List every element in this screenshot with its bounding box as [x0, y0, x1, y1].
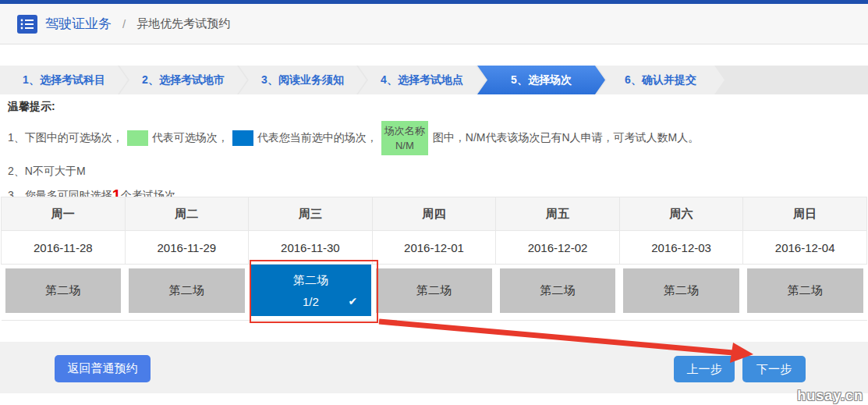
- session-cell: 第二场: [125, 265, 249, 321]
- session-cell: 第二场: [619, 265, 743, 321]
- footer-bar: 返回普通预约 上一步 下一步: [0, 342, 868, 393]
- step-tab-label: 6、确认并提交: [625, 73, 696, 87]
- next-step-button[interactable]: 下一步: [742, 356, 806, 382]
- step-tab-label: 3、阅读业务须知: [261, 73, 344, 87]
- session-row: 第二场 第二场 第二场 1/2 ✔ 第二场 第二场 第二场 第二场: [2, 265, 867, 321]
- date-cell: 2016-12-01: [372, 231, 496, 265]
- exam-booking-page: 驾驶证业务 / 异地优先考试预约 1、选择考试科目 2、选择考试地市 3、阅读业…: [0, 0, 868, 405]
- session-cell-selected: 第二场 1/2 ✔: [249, 265, 373, 321]
- step-tab-4[interactable]: 4、选择考试地点: [358, 66, 486, 94]
- notice-line-2: 2、N不可大于M: [8, 165, 865, 179]
- step-tabs: 1、选择考试科目 2、选择考试地市 3、阅读业务须知 4、选择考试地点 5、选择…: [0, 66, 868, 94]
- watermark: husay.cn: [797, 388, 863, 404]
- step-tab-5-active[interactable]: 5、选择场次: [477, 66, 605, 94]
- session-slot[interactable]: 第二场: [623, 268, 739, 313]
- schedule-table: 周一 周二 周三 周四 周五 周六 周日 2016-11-28 2016-11-…: [1, 197, 867, 321]
- notice-line1-suffix: 图中，N/M代表该场次已有N人申请，可考试人数M人。: [433, 131, 699, 145]
- breadcrumb-separator: /: [122, 17, 126, 30]
- date-cell: 2016-11-29: [125, 231, 249, 265]
- notice-line-1: 1、下图中的可选场次， 代表可选场次， 代表您当前选中的场次， 场次名称 N/M…: [8, 121, 865, 155]
- weekday-header: 周六: [619, 197, 743, 231]
- schedule-table-wrap: 周一 周二 周三 周四 周五 周六 周日 2016-11-28 2016-11-…: [1, 197, 867, 321]
- session-cell: 第二场: [743, 265, 867, 321]
- session-name: 第二场: [293, 273, 328, 288]
- weekday-header: 周四: [372, 197, 496, 231]
- legend-box-value: N/M: [381, 138, 428, 153]
- session-legend-box: 场次名称 N/M: [381, 121, 428, 155]
- session-slot[interactable]: 第二场: [747, 268, 863, 313]
- session-slot[interactable]: 第二场: [376, 268, 492, 313]
- breadcrumb-category[interactable]: 驾驶证业务: [45, 15, 112, 33]
- step-tab-6[interactable]: 6、确认并提交: [597, 66, 725, 94]
- step-tab-3[interactable]: 3、阅读业务须知: [239, 66, 367, 94]
- weekday-header-row: 周一 周二 周三 周四 周五 周六 周日: [2, 197, 867, 231]
- step-tab-1[interactable]: 1、选择考试科目: [0, 66, 128, 94]
- weekday-header: 周日: [743, 197, 867, 231]
- session-count: 1/2: [303, 295, 319, 308]
- session-slot[interactable]: 第二场: [5, 268, 122, 313]
- notice-section: 温馨提示: 1、下图中的可选场次， 代表可选场次， 代表您当前选中的场次， 场次…: [8, 97, 865, 203]
- selected-swatch: [232, 130, 253, 146]
- breadcrumb: 驾驶证业务 / 异地优先考试预约: [0, 4, 868, 44]
- check-icon: ✔: [348, 295, 357, 307]
- weekday-header: 周一: [2, 197, 126, 231]
- session-count-row: 1/2 ✔: [250, 295, 372, 308]
- session-cell: 第二场: [2, 265, 126, 321]
- step-tab-label: 5、选择场次: [511, 73, 572, 87]
- notice-title: 温馨提示:: [8, 100, 865, 114]
- notice-blue-label: 代表您当前选中的场次，: [257, 131, 377, 145]
- weekday-header: 周五: [496, 197, 620, 231]
- date-cell: 2016-11-30: [249, 231, 373, 265]
- step-tab-label: 4、选择考试地点: [381, 73, 463, 87]
- notice-green-label: 代表可选场次，: [152, 131, 229, 145]
- session-slot-selected[interactable]: 第二场 1/2 ✔: [250, 265, 372, 316]
- date-cell: 2016-12-02: [496, 231, 620, 265]
- legend-box-title: 场次名称: [381, 123, 428, 138]
- notice-line1-prefix: 1、下图中的可选场次，: [8, 131, 123, 145]
- date-cell: 2016-12-04: [743, 231, 867, 265]
- session-slot[interactable]: 第二场: [129, 268, 245, 313]
- weekday-header: 周三: [249, 197, 373, 231]
- step-tab-label: 2、选择考试地市: [142, 73, 225, 87]
- return-normal-booking-button[interactable]: 返回普通预约: [55, 355, 151, 382]
- weekday-header: 周二: [125, 197, 249, 231]
- session-slot[interactable]: 第二场: [500, 268, 616, 313]
- previous-step-button[interactable]: 上一步: [674, 356, 735, 382]
- date-cell: 2016-12-03: [619, 231, 743, 265]
- available-swatch: [127, 130, 148, 146]
- session-cell: 第二场: [372, 265, 496, 321]
- date-row: 2016-11-28 2016-11-29 2016-11-30 2016-12…: [2, 231, 867, 265]
- step-tab-2[interactable]: 2、选择考试地市: [119, 66, 247, 94]
- session-cell: 第二场: [496, 265, 620, 321]
- step-tab-label: 1、选择考试科目: [23, 73, 105, 87]
- date-cell: 2016-11-28: [2, 231, 126, 265]
- page-title: 异地优先考试预约: [136, 16, 230, 31]
- list-icon: [17, 15, 37, 34]
